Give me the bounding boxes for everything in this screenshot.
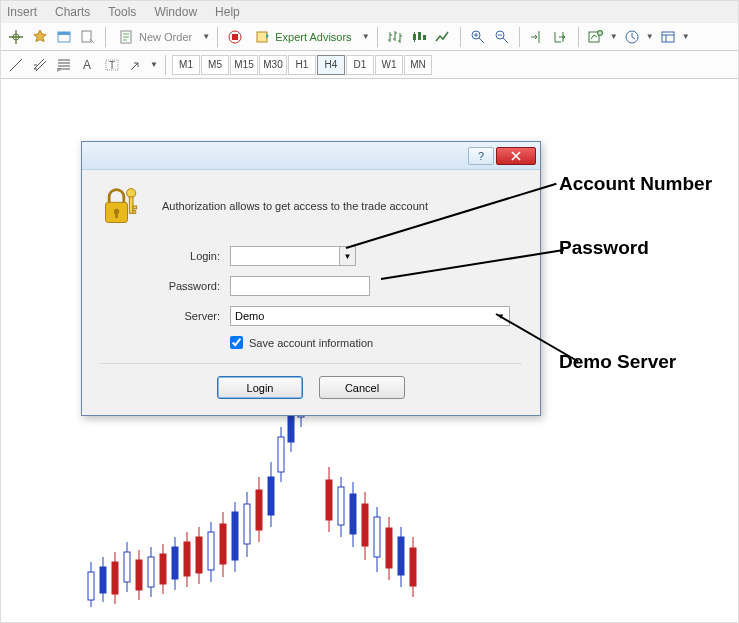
svg-rect-16: [662, 32, 674, 42]
arrows-icon[interactable]: [125, 54, 147, 76]
auth-description: Authorization allows to get access to th…: [162, 200, 428, 212]
new-order-button[interactable]: New Order: [112, 26, 199, 48]
menu-insert[interactable]: Insert: [7, 5, 37, 19]
svg-rect-83: [115, 212, 118, 218]
menu-charts[interactable]: Charts: [55, 5, 90, 19]
templates-dropdown[interactable]: ▼: [681, 32, 691, 41]
dialog-separator: [100, 363, 522, 364]
server-value: Demo: [235, 310, 264, 322]
login-dropdown[interactable]: ▼: [340, 246, 356, 266]
annotation-password: Password: [559, 237, 649, 259]
toolbar-main: New Order ▼ Expert Advisors ▼ ▼ ▼ ▼: [1, 23, 738, 51]
server-select[interactable]: Demo ▼: [230, 306, 510, 326]
star-icon[interactable]: [29, 26, 51, 48]
svg-rect-56: [374, 517, 380, 557]
indicators-icon[interactable]: [585, 26, 607, 48]
svg-rect-40: [148, 557, 154, 587]
login-label: Login:: [100, 250, 230, 262]
annotation-account-number: Account Number: [559, 173, 712, 195]
cancel-button[interactable]: Cancel: [319, 376, 405, 399]
svg-rect-76: [362, 504, 368, 546]
svg-rect-58: [398, 537, 404, 575]
close-button[interactable]: [496, 147, 536, 165]
menu-bar: Insert Charts Tools Window Help: [1, 1, 738, 23]
arrows-dropdown[interactable]: ▼: [149, 60, 159, 69]
timeframe-m30[interactable]: M30: [259, 55, 287, 75]
crosshair-icon[interactable]: [5, 26, 27, 48]
zoom-in-icon[interactable]: [467, 26, 489, 48]
text-label-icon[interactable]: A: [77, 54, 99, 76]
svg-rect-52: [338, 487, 344, 525]
svg-rect-30: [278, 437, 284, 472]
autotrade-icon[interactable]: [224, 26, 246, 48]
menu-help[interactable]: Help: [215, 5, 240, 19]
periods-dropdown[interactable]: ▼: [645, 32, 655, 41]
server-label: Server:: [100, 310, 230, 322]
timeframe-h4[interactable]: H4: [317, 55, 345, 75]
close-icon: [511, 151, 521, 161]
save-account-checkbox[interactable]: [230, 336, 243, 349]
svg-rect-44: [208, 532, 214, 570]
svg-rect-54: [350, 494, 356, 534]
zoom-out-icon[interactable]: [491, 26, 513, 48]
svg-rect-87: [133, 211, 136, 214]
svg-rect-78: [386, 528, 392, 568]
new-order-dropdown[interactable]: ▼: [201, 32, 211, 41]
indicators-dropdown[interactable]: ▼: [609, 32, 619, 41]
login-dialog: ? Authorization allows to get access to …: [81, 141, 541, 416]
timeframe-m1[interactable]: M1: [172, 55, 200, 75]
timeframe-h1[interactable]: H1: [288, 55, 316, 75]
expert-advisors-button[interactable]: Expert Advisors: [248, 26, 358, 48]
candle-chart-icon[interactable]: [408, 26, 430, 48]
menu-window[interactable]: Window: [154, 5, 197, 19]
svg-rect-10: [423, 35, 426, 40]
line-chart-icon[interactable]: [432, 26, 454, 48]
svg-rect-74: [326, 480, 332, 520]
properties-icon[interactable]: [77, 26, 99, 48]
toolbar-draw: F A T ▼ M1 M5 M15 M30 H1 H4 D1 W1 MN: [1, 51, 738, 79]
bar-chart-icon[interactable]: [384, 26, 406, 48]
svg-rect-60: [112, 562, 118, 594]
login-input[interactable]: [230, 246, 340, 266]
save-account-label: Save account information: [249, 337, 373, 349]
svg-rect-46: [232, 512, 238, 560]
password-label: Password:: [100, 280, 230, 292]
svg-rect-38: [124, 552, 130, 582]
timeframe-d1[interactable]: D1: [346, 55, 374, 75]
text-icon[interactable]: T: [101, 54, 123, 76]
lock-keys-icon: [100, 184, 144, 228]
templates-icon[interactable]: [657, 26, 679, 48]
svg-rect-6: [232, 34, 238, 40]
help-button[interactable]: ?: [468, 147, 494, 165]
svg-rect-85: [129, 197, 133, 214]
periods-icon[interactable]: [621, 26, 643, 48]
timeframe-w1[interactable]: W1: [375, 55, 403, 75]
password-input[interactable]: [230, 276, 370, 296]
svg-rect-86: [133, 206, 137, 209]
svg-rect-80: [410, 548, 416, 586]
window-icon[interactable]: [53, 26, 75, 48]
svg-text:T: T: [109, 60, 115, 71]
svg-rect-36: [100, 567, 106, 593]
autoscroll-icon[interactable]: [550, 26, 572, 48]
svg-rect-70: [220, 524, 226, 564]
svg-rect-28: [288, 412, 294, 442]
menu-tools[interactable]: Tools: [108, 5, 136, 19]
svg-rect-9: [418, 32, 421, 40]
timeframe-m5[interactable]: M5: [201, 55, 229, 75]
svg-rect-7: [257, 32, 267, 42]
fibonacci-icon[interactable]: F: [53, 54, 75, 76]
svg-rect-48: [244, 504, 250, 544]
order-icon: [119, 29, 135, 45]
svg-rect-50: [268, 477, 274, 515]
login-button[interactable]: Login: [217, 376, 303, 399]
ea-dropdown[interactable]: ▼: [361, 32, 371, 41]
timeframe-mn[interactable]: MN: [404, 55, 432, 75]
svg-rect-66: [184, 542, 190, 576]
timeframe-m15[interactable]: M15: [230, 55, 258, 75]
svg-rect-64: [160, 554, 166, 584]
trendline-icon[interactable]: [5, 54, 27, 76]
svg-rect-2: [58, 32, 70, 35]
shift-icon[interactable]: [526, 26, 548, 48]
equidistant-icon[interactable]: [29, 54, 51, 76]
